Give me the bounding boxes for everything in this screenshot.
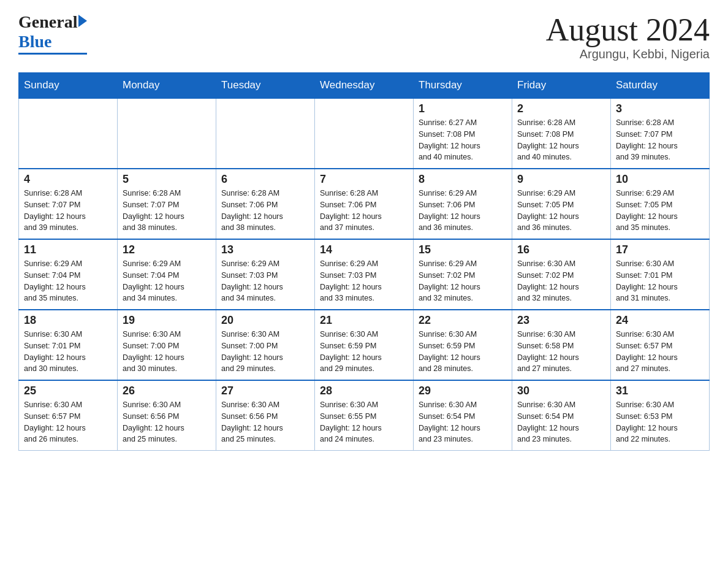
day-info: Sunrise: 6:30 AMSunset: 6:59 PMDaylight:… [320, 329, 408, 375]
logo-general: General [18, 12, 77, 32]
calendar-cell: 30Sunrise: 6:30 AMSunset: 6:54 PMDayligh… [512, 380, 611, 451]
day-number: 17 [616, 243, 704, 256]
day-info: Sunrise: 6:28 AMSunset: 7:07 PMDaylight:… [24, 188, 112, 234]
page-header: General Blue August 2024 Argungu, Kebbi,… [18, 12, 710, 61]
calendar-cell: 20Sunrise: 6:30 AMSunset: 7:00 PMDayligh… [216, 310, 315, 380]
calendar-title: August 2024 [546, 12, 710, 47]
calendar-cell: 12Sunrise: 6:29 AMSunset: 7:04 PMDayligh… [118, 239, 216, 310]
day-number: 1 [419, 102, 507, 115]
calendar-cell: 15Sunrise: 6:29 AMSunset: 7:02 PMDayligh… [414, 239, 512, 310]
weekday-header-row: SundayMondayTuesdayWednesdayThursdayFrid… [19, 73, 710, 99]
calendar-cell: 17Sunrise: 6:30 AMSunset: 7:01 PMDayligh… [611, 239, 710, 310]
day-info: Sunrise: 6:30 AMSunset: 6:58 PMDaylight:… [517, 329, 605, 375]
weekday-header-friday: Friday [512, 73, 611, 99]
calendar-cell: 7Sunrise: 6:28 AMSunset: 7:06 PMDaylight… [315, 169, 414, 239]
day-number: 14 [320, 243, 408, 256]
day-info: Sunrise: 6:28 AMSunset: 7:08 PMDaylight:… [517, 117, 605, 163]
day-number: 20 [221, 314, 309, 327]
day-info: Sunrise: 6:29 AMSunset: 7:06 PMDaylight:… [419, 188, 507, 234]
day-info: Sunrise: 6:28 AMSunset: 7:07 PMDaylight:… [123, 188, 211, 234]
day-info: Sunrise: 6:29 AMSunset: 7:05 PMDaylight:… [616, 188, 704, 234]
day-info: Sunrise: 6:30 AMSunset: 7:00 PMDaylight:… [221, 329, 309, 375]
calendar-cell: 27Sunrise: 6:30 AMSunset: 6:56 PMDayligh… [216, 380, 315, 451]
calendar-week-4: 18Sunrise: 6:30 AMSunset: 7:01 PMDayligh… [19, 310, 710, 380]
calendar-cell: 22Sunrise: 6:30 AMSunset: 6:59 PMDayligh… [414, 310, 512, 380]
day-info: Sunrise: 6:29 AMSunset: 7:03 PMDaylight:… [320, 258, 408, 304]
calendar-cell: 13Sunrise: 6:29 AMSunset: 7:03 PMDayligh… [216, 239, 315, 310]
logo-underline [18, 53, 87, 55]
day-info: Sunrise: 6:28 AMSunset: 7:06 PMDaylight:… [320, 188, 408, 234]
day-number: 22 [419, 314, 507, 327]
day-number: 6 [221, 173, 309, 186]
day-number: 23 [517, 314, 605, 327]
day-info: Sunrise: 6:30 AMSunset: 6:55 PMDaylight:… [320, 399, 408, 445]
day-number: 4 [24, 173, 112, 186]
calendar-table: SundayMondayTuesdayWednesdayThursdayFrid… [18, 72, 710, 451]
day-number: 21 [320, 314, 408, 327]
day-info: Sunrise: 6:29 AMSunset: 7:05 PMDaylight:… [517, 188, 605, 234]
calendar-cell: 18Sunrise: 6:30 AMSunset: 7:01 PMDayligh… [19, 310, 118, 380]
day-number: 7 [320, 173, 408, 186]
day-info: Sunrise: 6:29 AMSunset: 7:04 PMDaylight:… [24, 258, 112, 304]
calendar-cell: 11Sunrise: 6:29 AMSunset: 7:04 PMDayligh… [19, 239, 118, 310]
day-info: Sunrise: 6:30 AMSunset: 7:01 PMDaylight:… [24, 329, 112, 375]
day-number: 27 [221, 385, 309, 397]
day-number: 31 [616, 385, 704, 397]
calendar-cell: 5Sunrise: 6:28 AMSunset: 7:07 PMDaylight… [118, 169, 216, 239]
calendar-cell: 28Sunrise: 6:30 AMSunset: 6:55 PMDayligh… [315, 380, 414, 451]
calendar-cell: 8Sunrise: 6:29 AMSunset: 7:06 PMDaylight… [414, 169, 512, 239]
logo: General Blue [18, 12, 87, 55]
calendar-cell: 19Sunrise: 6:30 AMSunset: 7:00 PMDayligh… [118, 310, 216, 380]
calendar-week-5: 25Sunrise: 6:30 AMSunset: 6:57 PMDayligh… [19, 380, 710, 451]
day-number: 28 [320, 385, 408, 397]
calendar-cell [315, 98, 414, 169]
day-number: 8 [419, 173, 507, 186]
day-number: 24 [616, 314, 704, 327]
calendar-cell [118, 98, 216, 169]
calendar-cell: 29Sunrise: 6:30 AMSunset: 6:54 PMDayligh… [414, 380, 512, 451]
calendar-cell: 1Sunrise: 6:27 AMSunset: 7:08 PMDaylight… [414, 98, 512, 169]
day-number: 9 [517, 173, 605, 186]
day-info: Sunrise: 6:30 AMSunset: 7:02 PMDaylight:… [517, 258, 605, 304]
calendar-cell: 31Sunrise: 6:30 AMSunset: 6:53 PMDayligh… [611, 380, 710, 451]
day-info: Sunrise: 6:28 AMSunset: 7:06 PMDaylight:… [221, 188, 309, 234]
calendar-cell: 26Sunrise: 6:30 AMSunset: 6:56 PMDayligh… [118, 380, 216, 451]
day-number: 3 [616, 102, 704, 115]
calendar-cell: 10Sunrise: 6:29 AMSunset: 7:05 PMDayligh… [611, 169, 710, 239]
calendar-cell: 3Sunrise: 6:28 AMSunset: 7:07 PMDaylight… [611, 98, 710, 169]
day-number: 12 [123, 243, 211, 256]
logo-arrow-icon [78, 15, 87, 27]
calendar-week-2: 4Sunrise: 6:28 AMSunset: 7:07 PMDaylight… [19, 169, 710, 239]
day-info: Sunrise: 6:28 AMSunset: 7:07 PMDaylight:… [616, 117, 704, 163]
title-block: August 2024 Argungu, Kebbi, Nigeria [546, 12, 710, 61]
calendar-cell: 21Sunrise: 6:30 AMSunset: 6:59 PMDayligh… [315, 310, 414, 380]
day-number: 11 [24, 243, 112, 256]
weekday-header-saturday: Saturday [611, 73, 710, 99]
day-info: Sunrise: 6:30 AMSunset: 6:56 PMDaylight:… [221, 399, 309, 445]
calendar-week-3: 11Sunrise: 6:29 AMSunset: 7:04 PMDayligh… [19, 239, 710, 310]
day-number: 15 [419, 243, 507, 256]
day-info: Sunrise: 6:30 AMSunset: 6:54 PMDaylight:… [419, 399, 507, 445]
calendar-subtitle: Argungu, Kebbi, Nigeria [546, 47, 710, 61]
day-number: 25 [24, 385, 112, 397]
calendar-cell: 24Sunrise: 6:30 AMSunset: 6:57 PMDayligh… [611, 310, 710, 380]
day-number: 16 [517, 243, 605, 256]
calendar-cell: 23Sunrise: 6:30 AMSunset: 6:58 PMDayligh… [512, 310, 611, 380]
day-info: Sunrise: 6:30 AMSunset: 7:01 PMDaylight:… [616, 258, 704, 304]
weekday-header-tuesday: Tuesday [216, 73, 315, 99]
weekday-header-monday: Monday [118, 73, 216, 99]
day-info: Sunrise: 6:30 AMSunset: 7:00 PMDaylight:… [123, 329, 211, 375]
weekday-header-thursday: Thursday [414, 73, 512, 99]
day-number: 19 [123, 314, 211, 327]
day-info: Sunrise: 6:30 AMSunset: 6:59 PMDaylight:… [419, 329, 507, 375]
weekday-header-wednesday: Wednesday [315, 73, 414, 99]
logo-blue: Blue [18, 32, 51, 51]
day-number: 2 [517, 102, 605, 115]
day-number: 13 [221, 243, 309, 256]
day-info: Sunrise: 6:29 AMSunset: 7:03 PMDaylight:… [221, 258, 309, 304]
calendar-cell [19, 98, 118, 169]
weekday-header-sunday: Sunday [19, 73, 118, 99]
calendar-cell: 2Sunrise: 6:28 AMSunset: 7:08 PMDaylight… [512, 98, 611, 169]
calendar-cell: 6Sunrise: 6:28 AMSunset: 7:06 PMDaylight… [216, 169, 315, 239]
calendar-week-1: 1Sunrise: 6:27 AMSunset: 7:08 PMDaylight… [19, 98, 710, 169]
